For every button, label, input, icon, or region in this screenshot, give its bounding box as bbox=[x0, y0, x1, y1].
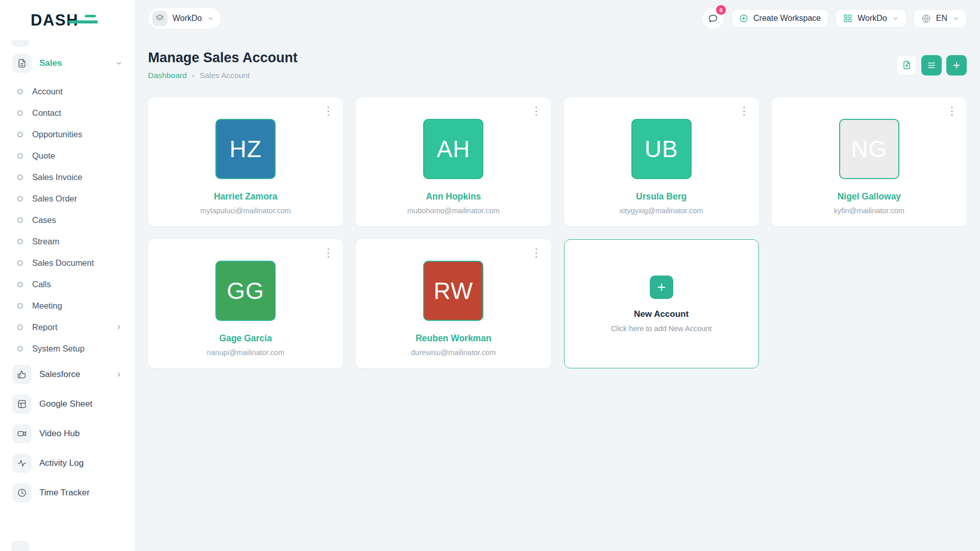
add-account-button[interactable] bbox=[946, 55, 967, 76]
language-selector[interactable]: EN bbox=[914, 9, 967, 28]
bullet-icon bbox=[17, 239, 23, 244]
chevron-right-icon bbox=[115, 323, 122, 331]
sidebar-subitem-contact[interactable]: Contact bbox=[8, 102, 127, 123]
create-workspace-label: Create Workspace bbox=[753, 14, 821, 23]
sidebar-subitem-quote[interactable]: Quote bbox=[8, 145, 127, 166]
bullet-icon bbox=[17, 153, 23, 159]
logo-dash-icon bbox=[85, 15, 96, 17]
account-initials: AH bbox=[436, 135, 470, 163]
account-name[interactable]: Reuben Workman bbox=[415, 333, 491, 344]
sidebar-subitem-label: Opportunities bbox=[32, 130, 122, 139]
sidebar-subitem-account[interactable]: Account bbox=[8, 81, 127, 102]
plus-icon bbox=[952, 61, 961, 70]
sidebar-item-label: Salesforce bbox=[39, 369, 108, 380]
bullet-icon bbox=[17, 324, 23, 330]
card-menu-button[interactable]: ⋮ bbox=[529, 104, 544, 119]
sidebar-subitem-system-setup[interactable]: System Setup bbox=[8, 338, 127, 359]
sales-submenu: AccountContactOpportunitiesQuoteSales In… bbox=[8, 80, 127, 361]
list-icon bbox=[927, 61, 936, 70]
page-head: Manage Sales Account Dashboard › Sales A… bbox=[148, 50, 967, 80]
account-name[interactable]: Harriet Zamora bbox=[214, 191, 278, 202]
chevron-down-icon bbox=[892, 15, 899, 22]
account-name[interactable]: Ann Hopkins bbox=[426, 191, 481, 202]
new-account-hint: Click here to add New Account bbox=[611, 324, 712, 333]
sidebar-item-label: Sales bbox=[39, 58, 108, 68]
create-workspace-button[interactable]: Create Workspace bbox=[731, 9, 828, 28]
card-menu-button[interactable]: ⋮ bbox=[737, 104, 752, 119]
account-email: durewisu@mailinator.com bbox=[411, 348, 496, 357]
video-icon bbox=[12, 424, 32, 443]
list-view-button[interactable] bbox=[921, 55, 942, 76]
breadcrumb-current: Sales Account bbox=[200, 71, 250, 80]
grid-icon bbox=[843, 14, 852, 23]
export-button[interactable] bbox=[896, 55, 917, 76]
sidebar-subitem-label: Report bbox=[32, 322, 106, 332]
account-avatar: UB bbox=[631, 119, 692, 179]
sidebar-subitem-cases[interactable]: Cases bbox=[8, 209, 127, 231]
sidebar-item-salesforce[interactable]: Salesforce bbox=[8, 361, 127, 388]
plus-icon[interactable] bbox=[650, 276, 673, 299]
account-card[interactable]: ⋮AHAnn Hopkinsmubohomo@mailinator.com bbox=[356, 97, 551, 227]
like-icon bbox=[12, 365, 32, 384]
bullet-icon bbox=[17, 346, 23, 352]
logo-dash-icon bbox=[68, 20, 98, 23]
sidebar-item-time-tracker[interactable]: Time Tracker bbox=[8, 480, 127, 506]
sidebar-subitem-label: Calls bbox=[32, 280, 122, 289]
card-menu-button[interactable]: ⋮ bbox=[321, 245, 336, 261]
activity-icon bbox=[12, 454, 32, 473]
sidebar-subitem-sales-order[interactable]: Sales Order bbox=[8, 188, 127, 209]
document-icon bbox=[12, 54, 32, 73]
sidebar-subitem-calls[interactable]: Calls bbox=[8, 273, 127, 295]
sidebar-subitem-label: Meeting bbox=[32, 301, 122, 311]
new-account-card[interactable]: New Account Click here to add New Accoun… bbox=[564, 239, 759, 368]
account-card[interactable]: ⋮NGNigel Gallowaykyfin@mailinator.com bbox=[772, 97, 967, 227]
sidebar-subitem-meeting[interactable]: Meeting bbox=[8, 295, 127, 316]
clock-icon bbox=[12, 483, 32, 503]
topbar: WorkDo 0 Create Workspace bbox=[148, 0, 967, 37]
sidebar-subitem-label: Sales Document bbox=[32, 258, 122, 268]
bullet-icon bbox=[17, 217, 23, 223]
account-name[interactable]: Nigel Galloway bbox=[838, 191, 901, 202]
breadcrumb-dashboard-link[interactable]: Dashboard bbox=[148, 71, 187, 80]
sidebar-subitem-label: Account bbox=[32, 87, 122, 96]
account-name[interactable]: Ursula Berg bbox=[636, 191, 687, 202]
sidebar-bottom-menu: SalesforceGoogle SheetVideo HubActivity … bbox=[8, 361, 127, 506]
bullet-icon bbox=[17, 89, 23, 94]
account-name[interactable]: Gage Garcia bbox=[219, 333, 272, 344]
app-menu-button[interactable]: WorkDo bbox=[836, 9, 906, 28]
breadcrumb: Dashboard › Sales Account bbox=[148, 71, 298, 80]
account-card[interactable]: ⋮RWReuben Workmandurewisu@mailinator.com bbox=[356, 239, 551, 368]
account-card[interactable]: ⋮GGGage Garciananupi@mailinator.com bbox=[148, 239, 343, 368]
account-initials: NG bbox=[851, 135, 887, 163]
sidebar-item-video-hub[interactable]: Video Hub bbox=[8, 420, 127, 447]
sidebar-subitem-opportunities[interactable]: Opportunities bbox=[8, 123, 127, 145]
sidebar-subitem-sales-document[interactable]: Sales Document bbox=[8, 252, 127, 273]
account-email: mubohomo@mailinator.com bbox=[407, 207, 500, 215]
account-email: mytapuluci@mailinator.com bbox=[200, 207, 291, 215]
sidebar-item-label: Time Tracker bbox=[39, 488, 122, 498]
brand-logo[interactable]: DASH bbox=[8, 8, 105, 40]
sidebar-item-google-sheet[interactable]: Google Sheet bbox=[8, 391, 127, 417]
sidebar-subitem-stream[interactable]: Stream bbox=[8, 231, 127, 252]
messages-button[interactable]: 0 bbox=[702, 7, 724, 30]
account-avatar: HZ bbox=[215, 119, 276, 179]
account-card[interactable]: ⋮UBUrsula Bergxitygyxig@mailinator.com bbox=[564, 97, 759, 227]
account-card[interactable]: ⋮HZHarriet Zamoramytapuluci@mailinator.c… bbox=[148, 97, 343, 227]
card-menu-button[interactable]: ⋮ bbox=[321, 104, 336, 119]
sidebar-item-sales[interactable]: Sales bbox=[8, 50, 127, 77]
language-label: EN bbox=[936, 14, 947, 23]
page-actions bbox=[896, 55, 967, 76]
sidebar-item-activity-log[interactable]: Activity Log bbox=[8, 450, 127, 477]
sidebar-subitem-report[interactable]: Report bbox=[8, 316, 127, 338]
sidebar-nav: Sales AccountContactOpportunitiesQuoteSa… bbox=[8, 40, 127, 551]
bullet-icon bbox=[17, 303, 23, 309]
layers-icon bbox=[152, 11, 167, 26]
workspace-selector[interactable]: WorkDo bbox=[148, 7, 222, 30]
bullet-icon bbox=[17, 174, 23, 180]
bullet-icon bbox=[17, 260, 23, 266]
page-title: Manage Sales Account bbox=[148, 50, 298, 66]
card-menu-button[interactable]: ⋮ bbox=[529, 245, 544, 261]
card-menu-button[interactable]: ⋮ bbox=[944, 104, 960, 119]
sidebar-subitem-sales-invoice[interactable]: Sales Invoice bbox=[8, 166, 127, 188]
chat-icon bbox=[708, 13, 718, 23]
